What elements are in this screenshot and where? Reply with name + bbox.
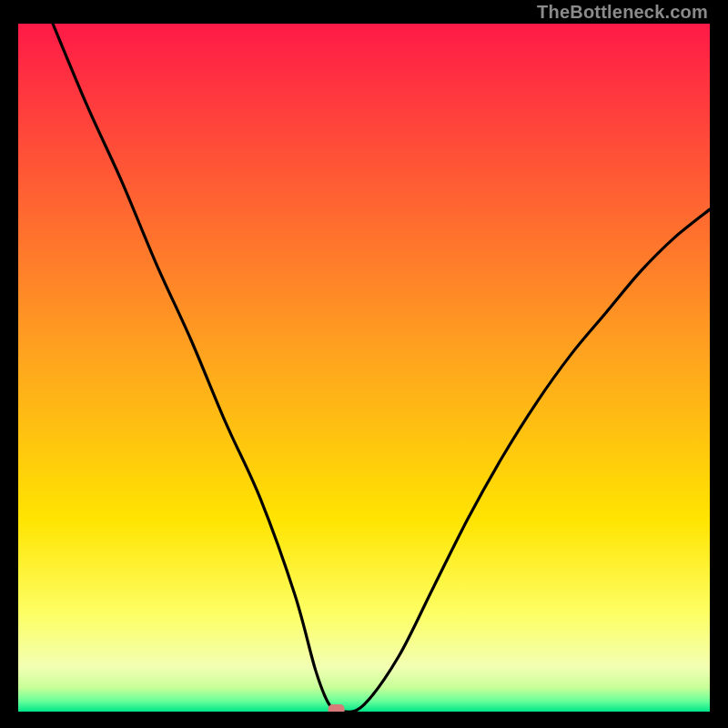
chart-frame (18, 24, 710, 712)
bottleneck-curve-chart (18, 24, 710, 712)
optimal-point-marker (329, 704, 345, 712)
attribution-text: TheBottleneck.com (537, 2, 708, 23)
chart-background-gradient (18, 24, 710, 712)
